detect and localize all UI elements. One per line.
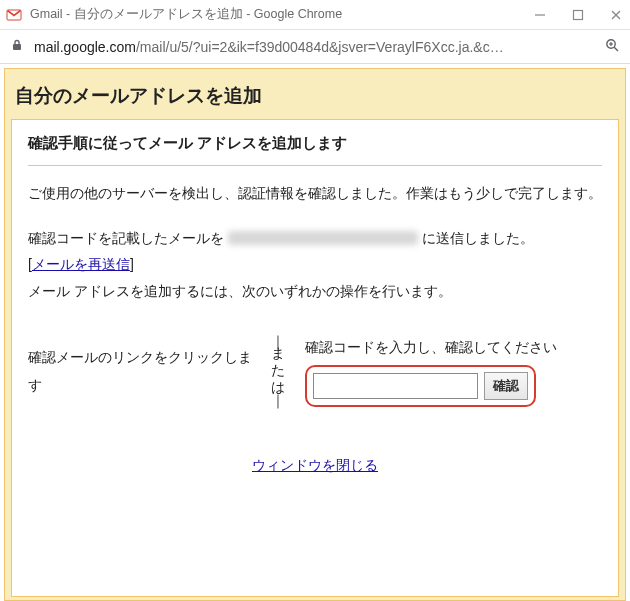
instruction-text: メール アドレスを追加するには、次のいずれかの操作を行います。 <box>28 283 452 299</box>
sent-paragraph: 確認コードを記載したメールを に送信しました。 [メールを再送信] メール アド… <box>28 225 602 305</box>
sent-prefix: 確認コードを記載したメールを <box>28 230 228 246</box>
resend-link[interactable]: メールを再送信 <box>32 256 130 272</box>
choice-row: 確認メールのリンクをクリックします ｜ ま た は ｜ 確認コードを入力し、確認… <box>28 334 602 407</box>
lock-icon <box>10 38 24 55</box>
or-separator: ｜ ま た は ｜ <box>263 337 293 404</box>
outer-card: 自分のメールアドレスを追加 確認手順に従ってメール アドレスを追加します ご使用… <box>4 68 626 601</box>
section-heading: 確認手順に従ってメール アドレスを追加します <box>28 134 602 161</box>
verification-code-input[interactable] <box>313 373 478 399</box>
page-title: 自分のメールアドレスを追加 <box>11 75 619 119</box>
url-path: /mail/u/5/?ui=2&ik=f39d00484d&jsver=Vera… <box>136 39 504 55</box>
svg-rect-5 <box>13 44 21 50</box>
window-title: Gmail - 自分のメールアドレスを追加 - Google Chrome <box>30 6 532 23</box>
sent-suffix: に送信しました。 <box>422 230 534 246</box>
minimize-icon[interactable] <box>532 7 548 23</box>
body-text: ご使用の他のサーバーを検出し、認証情報を確認しました。作業はもう少しで完了します… <box>28 180 602 304</box>
or-char-2: た <box>263 362 293 379</box>
window-controls <box>532 7 624 23</box>
bar-icon: ｜ <box>263 396 293 404</box>
inner-card: 確認手順に従ってメール アドレスを追加します ご使用の他のサーバーを検出し、認証… <box>11 119 619 597</box>
url-text[interactable]: mail.google.com/mail/u/5/?ui=2&ik=f39d00… <box>34 39 594 55</box>
divider <box>28 165 602 166</box>
intro-paragraph: ご使用の他のサーバーを検出し、認証情報を確認しました。作業はもう少しで完了します… <box>28 180 602 207</box>
close-window-link[interactable]: ウィンドウを閉じる <box>252 457 378 473</box>
url-host: mail.google.com <box>34 39 136 55</box>
svg-line-7 <box>614 47 618 51</box>
close-link-row: ウィンドウを閉じる <box>28 457 602 475</box>
masked-email <box>228 231 418 245</box>
code-prompt: 確認コードを入力し、確認してください <box>305 334 602 361</box>
close-icon[interactable] <box>608 7 624 23</box>
page-viewport: 自分のメールアドレスを追加 確認手順に従ってメール アドレスを追加します ご使用… <box>0 64 630 601</box>
window-titlebar: Gmail - 自分のメールアドレスを追加 - Google Chrome <box>0 0 630 30</box>
zoom-icon[interactable] <box>604 37 620 56</box>
verify-button[interactable]: 確認 <box>484 372 528 400</box>
option-click-link: 確認メールのリンクをクリックします <box>28 343 263 399</box>
bar-icon: ｜ <box>263 337 293 345</box>
or-char-1: ま <box>263 345 293 362</box>
bracket-close: ] <box>130 256 134 272</box>
address-bar: mail.google.com/mail/u/5/?ui=2&ik=f39d00… <box>0 30 630 64</box>
svg-rect-2 <box>574 10 583 19</box>
maximize-icon[interactable] <box>570 7 586 23</box>
verify-box: 確認 <box>305 365 536 407</box>
gmail-favicon-icon <box>6 7 22 23</box>
option-enter-code: 確認コードを入力し、確認してください 確認 <box>293 334 602 407</box>
